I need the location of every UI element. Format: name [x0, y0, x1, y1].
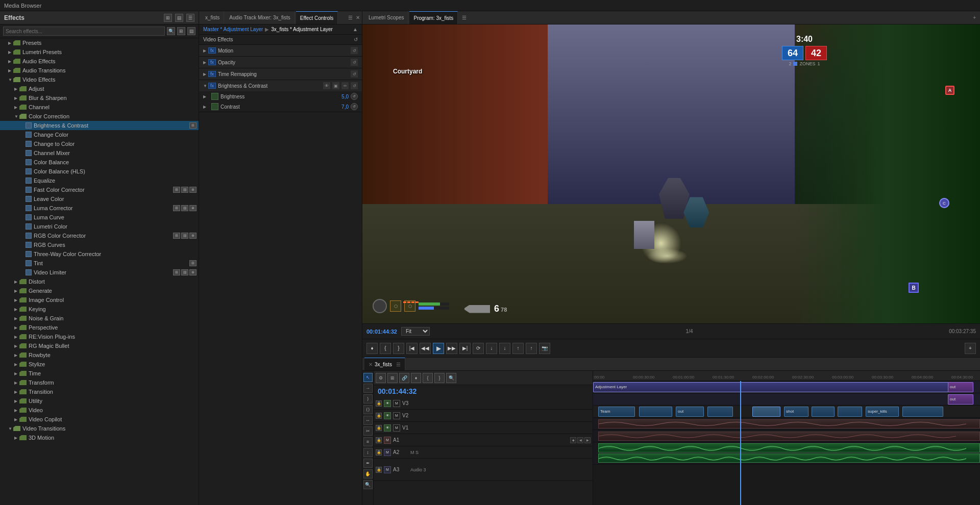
- tree-item-video-transitions[interactable]: ▼ Video Transitions: [0, 424, 199, 433]
- clip-6[interactable]: [812, 407, 835, 417]
- v1-mute-btn[interactable]: M: [393, 424, 400, 432]
- clip-7[interactable]: [838, 407, 862, 417]
- tree-item-luma-curve[interactable]: Luma Curve: [0, 213, 199, 222]
- tree-item-time[interactable]: ▶ Time: [0, 369, 199, 378]
- ripple-edit-btn[interactable]: ⟩: [363, 394, 373, 403]
- tree-item-distort[interactable]: ▶ Distort: [0, 277, 199, 286]
- add-panel-btn[interactable]: +: [973, 15, 976, 20]
- tree-item-rgb-color[interactable]: RGB Color Corrector ⊞ ▤ ⊗: [0, 231, 199, 240]
- go-in-btn[interactable]: |◀: [406, 343, 418, 354]
- selection-tool-btn[interactable]: ↖: [363, 373, 373, 382]
- tree-item-blur-sharpen[interactable]: ▶ Blur & Sharpen: [0, 93, 199, 103]
- brightness-value[interactable]: 5,0: [333, 94, 349, 99]
- add-btn[interactable]: +: [965, 343, 976, 354]
- fit-selector[interactable]: Fit 100% 50%: [401, 327, 430, 336]
- program-menu-btn[interactable]: ☰: [462, 15, 467, 20]
- tree-item-3d-motion[interactable]: ▶ 3D Motion: [0, 433, 199, 442]
- zoom-tool-btn[interactable]: 🔍: [363, 480, 373, 489]
- v3-eye-btn[interactable]: 👁: [384, 400, 391, 407]
- play-btn[interactable]: ▶: [433, 343, 444, 354]
- tree-item-revision[interactable]: ▶ RE:Vision Plug-ins: [0, 332, 199, 341]
- insert-btn[interactable]: ↓: [486, 343, 497, 354]
- hand-tool-btn[interactable]: ✋: [363, 469, 373, 478]
- timeline-in-btn[interactable]: {: [423, 373, 433, 383]
- time-remapping-header[interactable]: ▶ fx Time Remapping ↺: [199, 68, 362, 80]
- search-input[interactable]: [3, 27, 165, 36]
- tree-item-video-copilot[interactable]: ▶ Video Copilot: [0, 415, 199, 424]
- a1-lock-btn[interactable]: 🔒: [376, 437, 382, 443]
- team-clip[interactable]: Team: [598, 407, 635, 417]
- tree-item-video[interactable]: ▶ Video: [0, 406, 199, 415]
- add-marker-btn2[interactable]: ♦: [411, 373, 421, 383]
- overwrite-btn[interactable]: ↓: [499, 343, 510, 354]
- motion-reset-icon[interactable]: ↺: [351, 47, 358, 54]
- tab-close-icon[interactable]: ✕: [369, 362, 373, 367]
- clip-2[interactable]: [639, 407, 672, 417]
- tree-item-lumetri-color[interactable]: Lumetri Color: [0, 222, 199, 231]
- playhead[interactable]: [740, 381, 741, 505]
- bc-header[interactable]: ▼ fx Brightness & Contrast 👁 ▣ ✏ ↺: [199, 80, 362, 91]
- a2-lock-btn[interactable]: 🔒: [376, 449, 382, 456]
- tree-item-presets[interactable]: ▶ Presets: [0, 38, 199, 47]
- v1-lock-btn[interactable]: 🔒: [376, 425, 382, 431]
- tree-item-transform[interactable]: ▶ Transform: [0, 378, 199, 387]
- breadcrumb-left[interactable]: Master * Adjustment Layer: [203, 27, 263, 32]
- brightness-reset-btn[interactable]: ↺: [351, 93, 358, 100]
- step-back-btn[interactable]: ◀◀: [420, 343, 431, 354]
- a3-mute-btn[interactable]: M: [384, 466, 391, 473]
- contrast-reset-btn[interactable]: ↺: [351, 103, 358, 110]
- go-out-btn[interactable]: ▶|: [459, 343, 471, 354]
- new-bin-icon[interactable]: ⊞: [164, 14, 172, 22]
- tree-item-video-effects[interactable]: ▼ Video Effects: [0, 75, 199, 84]
- timeline-settings-btn[interactable]: ⚙: [376, 373, 386, 383]
- brightness-keyframe-toggle[interactable]: ▶: [203, 94, 211, 99]
- new-folder-icon2[interactable]: ▤: [187, 27, 195, 35]
- a1-mute-btn[interactable]: M: [384, 437, 391, 444]
- program-tab[interactable]: Program: 3x_fists: [409, 11, 458, 24]
- clip-4[interactable]: [752, 407, 780, 417]
- out-point-btn[interactable]: }: [393, 343, 404, 354]
- tree-item-fast-color[interactable]: Fast Color Corrector ⊞ ▤ ⊗: [0, 185, 199, 194]
- tree-item-color-balance-hls[interactable]: Color Balance (HLS): [0, 167, 199, 176]
- tree-item-luma-corrector[interactable]: Luma Corrector ⊞ ▤ ⊗: [0, 204, 199, 213]
- tree-item-perspective[interactable]: ▶ Perspective: [0, 323, 199, 332]
- tree-item-rg-magic[interactable]: ▶ RG Magic Bullet: [0, 341, 199, 350]
- tree-item-equalize[interactable]: Equalize: [0, 176, 199, 185]
- slide-tool-btn[interactable]: ↕: [363, 448, 373, 457]
- timeline-tab-3xfists[interactable]: ✕ 3x_fists ☰: [364, 358, 405, 370]
- clip-3[interactable]: [707, 407, 733, 417]
- tree-item-transition[interactable]: ▶ Transition: [0, 387, 199, 396]
- a2-mute-btn[interactable]: M: [384, 449, 391, 456]
- in-point-btn[interactable]: {: [380, 343, 391, 354]
- tab-effect-controls[interactable]: Effect Controls: [296, 11, 338, 24]
- clip-5[interactable]: shot: [784, 407, 808, 417]
- bc-eye-icon[interactable]: 👁: [323, 82, 330, 89]
- tree-item-channel[interactable]: ▶ Channel: [0, 103, 199, 112]
- contrast-keyframe-toggle[interactable]: ▶: [203, 105, 211, 109]
- a1-keyframe-btn[interactable]: ◆: [570, 437, 576, 443]
- out-clip-1[interactable]: out: [676, 407, 704, 417]
- breadcrumb-right[interactable]: 3x_fists * Adjustment Layer: [271, 27, 333, 32]
- tree-item-image-control[interactable]: ▶ Image Control: [0, 295, 199, 305]
- a3-lock-btn[interactable]: 🔒: [376, 467, 382, 473]
- tree-item-rgb-curves[interactable]: RGB Curves: [0, 240, 199, 249]
- tree-item-three-way[interactable]: Three-Way Color Corrector: [0, 249, 199, 259]
- slip-tool-btn[interactable]: ≡: [363, 437, 373, 446]
- lumetri-scopes-tab[interactable]: Lumetri Scopes: [364, 11, 408, 24]
- tree-item-generate[interactable]: ▶ Generate: [0, 286, 199, 295]
- linked-selection-btn[interactable]: 🔗: [399, 373, 409, 383]
- brightness-enable-toggle[interactable]: [211, 93, 218, 100]
- add-marker-btn[interactable]: ♦: [366, 343, 378, 354]
- extract-btn[interactable]: ↑: [526, 343, 537, 354]
- time-reset-icon[interactable]: ↺: [351, 70, 358, 78]
- timeline-out-btn[interactable]: }: [434, 373, 445, 383]
- a1-right-btn[interactable]: ▶: [584, 437, 591, 443]
- opacity-reset-icon[interactable]: ↺: [351, 59, 358, 66]
- a1-left-btn[interactable]: ◀: [577, 437, 583, 443]
- pen-tool-btn[interactable]: ✒: [363, 459, 373, 468]
- export-frame-btn[interactable]: 📷: [539, 343, 550, 354]
- v2-mute-btn[interactable]: M: [393, 412, 400, 419]
- v1-eye-btn[interactable]: 👁: [384, 424, 391, 432]
- tree-item-audio-effects[interactable]: ▶ Audio Effects: [0, 57, 199, 66]
- v3-out-clip[interactable]: out: [948, 382, 973, 392]
